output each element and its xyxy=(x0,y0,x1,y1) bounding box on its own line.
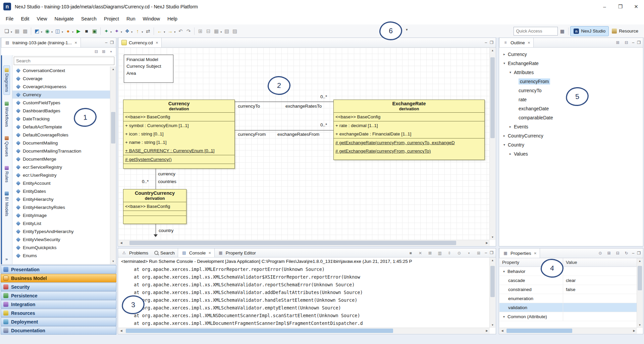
list-item[interactable]: EntityHierarchyRoles xyxy=(12,203,110,211)
save-icon[interactable]: ▦ xyxy=(13,27,21,35)
user-account-dropdown-icon[interactable]: ▾ xyxy=(72,31,73,34)
new-wizard-icon[interactable]: ❏ xyxy=(3,27,10,35)
scroll-thumb[interactable] xyxy=(129,241,456,245)
terminate-icon[interactable]: ■ xyxy=(407,250,414,257)
link-with-editor-icon[interactable]: ⊞ xyxy=(101,49,107,55)
outline-item-values[interactable]: ▸Values xyxy=(499,149,643,158)
publish-icon[interactable]: ↑ xyxy=(134,27,141,35)
editor-vertical-scrollbar[interactable]: ▲ ▼ xyxy=(489,48,495,240)
list-item[interactable]: EntityViewSecurity xyxy=(12,235,110,243)
forward-dropdown-icon[interactable]: ▾ xyxy=(174,31,175,34)
back-dropdown-icon[interactable]: ▾ xyxy=(164,31,165,34)
collapse-all-icon[interactable]: ⊟ xyxy=(93,49,99,55)
new-diagram-icon[interactable]: ❖ xyxy=(123,27,131,35)
list-item[interactable]: EntityImage xyxy=(12,211,110,219)
menu-search[interactable]: Search xyxy=(77,14,100,23)
uml-class-exchange-rate[interactable]: ExchangeRate derivation <<base>> BaseCon… xyxy=(333,100,485,160)
publish-dropdown-icon[interactable]: ▾ xyxy=(142,31,143,34)
back-icon[interactable]: ← xyxy=(156,27,163,35)
model-library-dropdown-icon[interactable]: ▾ xyxy=(41,31,42,34)
outline-tab[interactable]: ≡ Outline ✕ xyxy=(499,38,534,47)
scheme-console-icon[interactable]: ▣ xyxy=(91,27,98,35)
list-item[interactable]: ConversationContext xyxy=(12,66,110,74)
property-category-common-attribute[interactable]: ▾Common (Attribute) xyxy=(499,312,637,321)
forward-icon[interactable]: → xyxy=(166,27,174,35)
list-item[interactable]: EntityHierarchy xyxy=(12,195,110,203)
minimize-editor-icon[interactable]: – xyxy=(485,40,487,45)
side-tab-diagrams[interactable]: Diagrams xyxy=(3,65,10,95)
redo-icon[interactable]: ↷ xyxy=(185,27,192,35)
list-item[interactable]: EntityAccount xyxy=(12,179,110,187)
outline-item-attributes[interactable]: ▾Attributes xyxy=(499,68,643,77)
menu-navigate[interactable]: Navigate xyxy=(51,14,77,23)
scroll-thumb[interactable] xyxy=(490,266,495,297)
collapse-all-icon[interactable]: ⊟ xyxy=(624,40,630,46)
editor-tab-currency-cd[interactable]: Currency.cd ✕ xyxy=(118,38,162,47)
new-aspect-dropdown-icon[interactable]: ▾ xyxy=(121,31,122,34)
new-wizard-dropdown-icon[interactable]: ▾ xyxy=(11,31,12,34)
close-editor-tab-icon[interactable]: ✕ xyxy=(156,41,158,45)
compare-icon[interactable]: ⇄ xyxy=(144,27,152,35)
minimize-console-icon[interactable]: – xyxy=(485,250,487,255)
quick-access-input[interactable] xyxy=(514,27,558,36)
run-icon[interactable]: ▶ xyxy=(75,27,82,35)
outline-item-comparable-date[interactable]: comparableDate xyxy=(499,113,643,122)
scroll-thumb[interactable] xyxy=(506,329,573,333)
layer-deployment[interactable]: Deployment xyxy=(1,318,116,326)
tree-mode-icon[interactable]: ⊞ xyxy=(615,40,621,46)
minimize-window-button[interactable]: – xyxy=(597,0,612,13)
property-row-validation[interactable]: validation xyxy=(499,303,637,312)
scroll-up-icon[interactable]: ▲ xyxy=(110,66,116,72)
display-console-dropdown-icon[interactable]: ▾ xyxy=(466,250,473,257)
tab-console[interactable]: ▤ Console ✕ xyxy=(178,248,215,257)
list-item[interactable]: EntityList xyxy=(12,219,110,227)
maximize-properties-icon[interactable]: ❐ xyxy=(637,251,641,255)
close-properties-tab-icon[interactable]: ✕ xyxy=(534,251,537,255)
diagram-layout-icon[interactable]: ▦ xyxy=(213,27,220,35)
outline-item-country[interactable]: ▾Country xyxy=(499,140,643,149)
side-tab-rules[interactable]: Rules xyxy=(4,164,10,185)
property-row-enumeration[interactable]: enumeration xyxy=(499,294,637,303)
side-tab-queues[interactable]: Queues xyxy=(4,134,10,159)
list-item[interactable]: EntityDates xyxy=(12,187,110,195)
scroll-down-icon[interactable]: ▼ xyxy=(490,234,495,240)
new-aspect-icon[interactable]: ✦ xyxy=(113,27,120,35)
pin-console-icon[interactable]: ⊙ xyxy=(456,250,463,257)
maximize-editor-icon[interactable]: ❐ xyxy=(490,40,493,45)
collapse-tree-icon[interactable]: ⊟ xyxy=(205,27,212,35)
layer-documentation[interactable]: Documentation xyxy=(1,326,116,335)
scroll-lock-icon[interactable]: ⇳ xyxy=(446,250,453,257)
scroll-left-icon[interactable]: ◀ xyxy=(118,328,124,334)
scroll-right-icon[interactable]: ▶ xyxy=(484,328,490,334)
scroll-thumb[interactable] xyxy=(490,57,495,138)
list-scrollbar[interactable]: ▲ ▼ xyxy=(110,66,116,264)
list-item[interactable]: DocumentMailingTransaction xyxy=(12,147,110,155)
console-vertical-scrollbar[interactable]: ▲ ▼ xyxy=(489,257,495,328)
diagram-canvas[interactable]: Financial Model Currency Subject Area cu… xyxy=(118,48,490,240)
menu-run[interactable]: Run xyxy=(123,14,139,23)
layer-business-model[interactable]: Business Model xyxy=(1,274,116,282)
show-advanced-icon[interactable]: ⊟ xyxy=(615,250,621,256)
tab-property-editor[interactable]: ▦ Property Editor xyxy=(215,248,259,257)
close-explorer-tab-icon[interactable]: ✕ xyxy=(74,41,77,45)
perspective-nexj-studio-button[interactable]: n NexJ Studio xyxy=(570,26,609,36)
scroll-thumb[interactable] xyxy=(638,266,642,290)
scroll-up-icon[interactable]: ▲ xyxy=(490,257,495,263)
list-item[interactable]: CoverageUniqueness xyxy=(12,82,110,91)
tab-search[interactable]: Search xyxy=(151,248,178,257)
side-tab-workflows[interactable]: Workflows xyxy=(4,99,10,129)
list-item[interactable]: Coverage xyxy=(12,74,110,82)
layer-persistence[interactable]: Persistence xyxy=(1,291,116,300)
scroll-right-icon[interactable]: ▶ xyxy=(484,240,490,246)
stop-icon[interactable]: ■ xyxy=(83,27,90,35)
toolbar-overflow-icon[interactable]: ▾ xyxy=(406,27,408,32)
pin-property-icon[interactable]: ⊙ xyxy=(597,250,603,256)
outline-item-exchange-rate[interactable]: ▾ExchangeRate xyxy=(499,59,643,68)
maximize-window-button[interactable]: ❐ xyxy=(612,0,628,13)
layer-integration[interactable]: Integration xyxy=(1,300,116,308)
data-source-dropdown-icon[interactable]: ▾ xyxy=(62,31,63,34)
scroll-down-icon[interactable]: ▼ xyxy=(490,322,495,328)
property-category-behavior[interactable]: ▾Behavior xyxy=(499,267,637,276)
environment-dropdown-icon[interactable]: ▾ xyxy=(51,31,53,34)
clear-console-icon[interactable]: ▥ xyxy=(436,250,443,257)
